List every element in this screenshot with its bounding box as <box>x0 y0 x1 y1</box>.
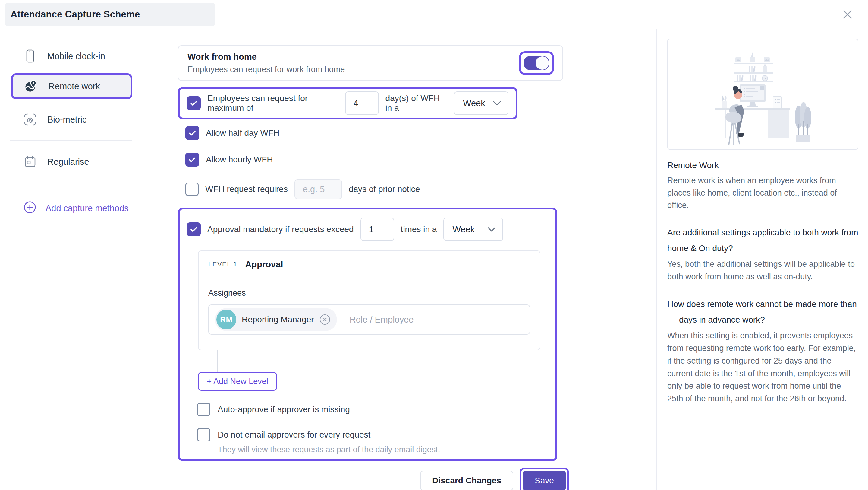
capture-methods-sidebar: Mobile clock-in Remote work <box>0 29 133 490</box>
sidebar-item-remote-work[interactable]: Remote work <box>11 73 132 99</box>
level-card-body: Assignees RM Reporting Manager <box>198 278 540 350</box>
faq-answer: Yes, both the additional settings will b… <box>667 258 858 283</box>
max-days-input[interactable] <box>345 91 379 115</box>
remote-work-illustration <box>668 39 858 149</box>
level-connector-line <box>217 350 218 372</box>
period-value: Week <box>453 225 475 234</box>
help-description: Remote work is when an employee works fr… <box>667 174 858 211</box>
remove-circle-icon <box>319 314 330 325</box>
level-title: Approval <box>245 259 283 269</box>
role-employee-input[interactable] <box>350 315 500 325</box>
assignee-avatar: RM <box>216 310 236 329</box>
assignee-chip: RM Reporting Manager <box>215 308 337 331</box>
no-email-hint: They will view these requests as part of… <box>218 445 548 454</box>
toggle-knob <box>535 56 549 70</box>
sidebar-divider <box>10 182 132 183</box>
discard-changes-button[interactable]: Discard Changes <box>420 471 513 490</box>
faq-answer: When this setting is enabled, it prevent… <box>667 329 858 405</box>
period-value: Week <box>463 98 485 108</box>
approval-mandatory-checkbox[interactable] <box>187 222 201 236</box>
calendar-icon <box>23 155 37 169</box>
hourly-checkbox[interactable] <box>185 153 199 167</box>
remote-work-settings: Work from home Employees can request for… <box>133 29 656 490</box>
chevron-down-icon <box>487 227 496 232</box>
auto-approve-row: Auto-approve if approver is missing <box>187 403 548 416</box>
max-request-checkbox[interactable] <box>187 96 201 110</box>
faq-question: How does remote work cannot be made more… <box>667 296 860 328</box>
mobile-phone-icon <box>23 49 37 63</box>
auto-approve-checkbox[interactable] <box>197 403 210 416</box>
hourly-setting-row: Allow hourly WFH <box>178 153 563 167</box>
prior-notice-suffix: days of prior notice <box>349 184 420 194</box>
auto-approve-label: Auto-approve if approver is missing <box>218 405 350 414</box>
max-request-label: Employees can request for maximum of <box>207 93 338 113</box>
save-button-focus-ring: Save <box>520 468 569 490</box>
close-button[interactable] <box>840 7 855 22</box>
sidebar-item-label: Regularise <box>47 157 89 167</box>
approval-settings-section: Approval mandatory if requests exceed ti… <box>178 208 557 461</box>
plus-circle-icon <box>23 201 36 216</box>
work-from-home-card: Work from home Employees can request for… <box>178 45 563 81</box>
assignees-field[interactable]: RM Reporting Manager <box>208 305 530 335</box>
half-day-checkbox[interactable] <box>185 126 199 140</box>
help-panel: Remote Work Remote work is when an emplo… <box>656 29 868 490</box>
page-title: Attendance Capture Scheme <box>4 3 216 26</box>
prior-notice-days-input[interactable] <box>294 179 342 199</box>
max-request-period-select[interactable]: Week <box>454 91 508 115</box>
checkmark-icon <box>188 155 197 164</box>
approval-period-select[interactable]: Week <box>443 218 503 241</box>
add-capture-methods-button[interactable]: Add capture methods <box>10 201 133 216</box>
prior-notice-label: WFH request requires <box>205 184 288 194</box>
sidebar-divider <box>10 140 132 141</box>
prior-notice-setting-row: WFH request requires days of prior notic… <box>178 179 563 199</box>
work-from-home-subtitle: Employees can request for work from home <box>187 65 345 74</box>
attendance-capture-scheme-dialog: Attendance Capture Scheme Mobile clock-i… <box>0 0 868 490</box>
half-day-label: Allow half day WFH <box>206 128 279 138</box>
approval-mandatory-suffix: times in a <box>401 225 437 234</box>
half-day-setting-row: Allow half day WFH <box>178 126 563 140</box>
level-tag: LEVEL 1 <box>208 260 238 268</box>
max-request-setting-row: Employees can request for maximum of day… <box>178 87 518 119</box>
prior-notice-checkbox[interactable] <box>185 182 198 196</box>
add-new-level-button[interactable]: + Add New Level <box>198 372 277 391</box>
approval-level-card: LEVEL 1 Approval Assignees RM Reporting … <box>198 251 540 350</box>
fingerprint-icon <box>23 113 37 126</box>
sidebar-item-bio-metric[interactable]: Bio-metric <box>10 107 133 133</box>
sidebar-item-mobile-clock-in[interactable]: Mobile clock-in <box>10 43 133 69</box>
remote-work-illustration-card <box>667 39 858 150</box>
checkmark-icon <box>188 128 197 138</box>
dialog-header: Attendance Capture Scheme <box>0 0 868 29</box>
save-button[interactable]: Save <box>523 471 566 490</box>
checkmark-icon <box>189 225 198 234</box>
footer-actions: Discard Changes Save <box>178 468 569 490</box>
toggle-track <box>524 56 550 70</box>
approval-times-input[interactable] <box>361 218 394 241</box>
approval-mandatory-label: Approval mandatory if requests exceed <box>207 225 354 234</box>
remote-work-globe-pin-icon <box>24 79 38 93</box>
remove-assignee-button[interactable] <box>319 314 330 325</box>
chevron-down-icon <box>493 101 501 106</box>
sidebar-item-label: Remote work <box>49 82 100 91</box>
assignee-name: Reporting Manager <box>242 315 314 324</box>
close-icon <box>841 8 854 21</box>
no-email-row: Do not email approvers for every request <box>187 428 548 441</box>
add-capture-methods-label: Add capture methods <box>45 203 129 213</box>
approval-mandatory-row: Approval mandatory if requests exceed ti… <box>187 215 548 243</box>
help-title: Remote Work <box>667 161 858 170</box>
no-email-checkbox[interactable] <box>197 428 210 441</box>
work-from-home-title: Work from home <box>187 52 345 62</box>
checkmark-icon <box>189 99 198 108</box>
assignees-label: Assignees <box>208 288 530 298</box>
sidebar-item-label: Mobile clock-in <box>47 51 105 61</box>
level-card-header: LEVEL 1 Approval <box>198 251 540 278</box>
faq-question: Are additional settings applicable to bo… <box>667 225 860 256</box>
hourly-label: Allow hourly WFH <box>206 155 273 165</box>
max-request-suffix: day(s) of WFH in a <box>385 93 447 113</box>
work-from-home-toggle[interactable] <box>519 51 554 75</box>
sidebar-item-regularise[interactable]: Regularise <box>10 149 133 175</box>
no-email-label: Do not email approvers for every request <box>218 430 370 440</box>
sidebar-item-label: Bio-metric <box>47 115 87 125</box>
